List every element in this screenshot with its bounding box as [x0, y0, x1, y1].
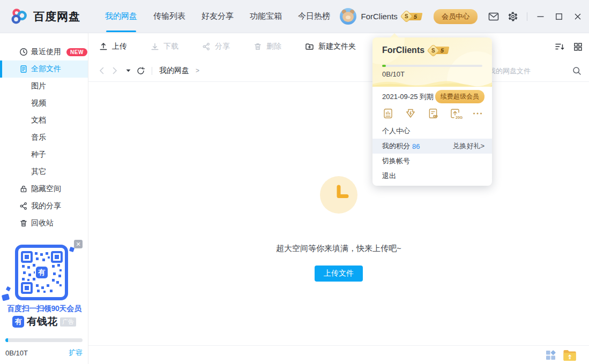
titlebar: 百度网盘 我的网盘 传输列表 好友分享 功能宝箱 今日热榜 ForClients…	[0, 0, 589, 33]
sidebar-item-music[interactable]: 音乐	[0, 129, 88, 146]
username[interactable]: ForClients	[361, 12, 398, 21]
sidebar-item-others[interactable]: 其它	[0, 163, 88, 180]
search-icon[interactable]	[572, 66, 581, 75]
menu-label: 个人中心	[382, 126, 410, 136]
empty-state: 超大空间等你来填满，快来上传吧~ 上传文件	[88, 176, 589, 282]
search-input[interactable]	[489, 67, 572, 75]
clock-illustration	[320, 176, 357, 214]
redeem-gifts-link[interactable]: 兑换好礼>	[452, 141, 484, 151]
sidebar-label: 全部文件	[31, 64, 61, 74]
sidebar-label: 隐藏空间	[31, 184, 61, 194]
menu-logout[interactable]: 退出	[372, 169, 492, 184]
share-icon	[19, 202, 28, 210]
tab-hot-today[interactable]: 今日热榜	[298, 0, 330, 33]
close-button[interactable]	[572, 11, 584, 22]
upload-button[interactable]: 上传	[99, 42, 127, 51]
ad-brand-row: 有 有钱花 广告	[0, 315, 88, 329]
widgets-grid-icon[interactable]	[546, 350, 556, 360]
storage-progress-fill	[5, 338, 8, 342]
upload-file-button[interactable]: 上传文件	[315, 266, 363, 282]
tab-my-drive[interactable]: 我的网盘	[105, 0, 137, 33]
storage-privilege-icon[interactable]	[382, 108, 394, 119]
panel-header: ForClients S 5 0B/10T	[372, 37, 492, 87]
message-icon[interactable]	[488, 12, 499, 21]
menu-label: 退出	[382, 171, 396, 181]
clock-icon	[19, 48, 28, 56]
user-avatar[interactable]	[340, 8, 356, 25]
delete-button[interactable]: 删除	[254, 42, 281, 51]
speed-download-privilege-icon[interactable]	[405, 108, 416, 119]
sidebar-nav: 最近使用 NEW 全部文件 图片 视频 文档 音乐 种子 其它 隐藏空间	[0, 33, 88, 232]
sidebar-item-documents[interactable]: 文档	[0, 112, 88, 129]
minimize-button[interactable]	[534, 11, 546, 22]
expire-date: 2021-09-25 到期	[382, 92, 434, 102]
sidebar-item-my-shares[interactable]: 我的分享	[0, 198, 88, 215]
upload-folder-icon[interactable]	[563, 349, 576, 361]
active-tab-underline	[106, 31, 136, 32]
sidebar-item-pictures[interactable]: 图片	[0, 78, 88, 95]
vip-center-button[interactable]: 会员中心	[434, 9, 478, 24]
membership-row: 2021-09-25 到期 续费超级会员	[382, 90, 484, 103]
forward-icon[interactable]	[113, 67, 117, 74]
menu-switch-account[interactable]: 切换帐号	[372, 154, 492, 169]
sidebar-item-all-files[interactable]: 全部文件	[0, 60, 88, 78]
ad-caption: 百度扫一扫领90天会员	[0, 304, 88, 314]
panel-storage-usage: 0B/10T	[382, 70, 405, 78]
download-button[interactable]: 下载	[151, 42, 178, 51]
menu-personal-center[interactable]: 个人中心	[372, 124, 492, 139]
breadcrumb-root[interactable]: 我的网盘	[159, 66, 189, 75]
svip-badge[interactable]: S 5	[402, 12, 422, 21]
decor-cube	[6, 286, 11, 292]
upload-icon	[99, 42, 108, 51]
share-button[interactable]: 分享	[202, 42, 230, 51]
more-privileges-icon[interactable]	[472, 108, 483, 119]
sidebar-label: 种子	[31, 150, 46, 160]
app-title: 百度网盘	[33, 9, 80, 24]
download-icon	[151, 42, 159, 51]
qr-code: 有	[15, 245, 68, 300]
brand-name: 有钱花	[27, 315, 57, 329]
menu-my-points[interactable]: 我的积分 86 兑换好礼>	[372, 139, 492, 154]
upload-20g-privilege-icon[interactable]: 20G	[449, 108, 461, 119]
sidebar-item-recent[interactable]: 最近使用 NEW	[0, 43, 88, 60]
sidebar-label: 音乐	[31, 133, 46, 142]
menu-label: 切换帐号	[382, 156, 410, 166]
back-icon[interactable]	[99, 67, 104, 74]
sidebar-item-videos[interactable]: 视频	[0, 95, 88, 112]
maximize-button[interactable]	[553, 11, 565, 22]
tab-transfer-list[interactable]: 传输列表	[153, 0, 185, 33]
qr-center-logo: 有	[35, 266, 49, 279]
refresh-icon[interactable]	[136, 66, 145, 75]
main-nav: 我的网盘 传输列表 好友分享 功能宝箱 今日热榜	[105, 0, 330, 33]
menu-label: 我的积分	[382, 141, 410, 151]
sidebar-item-recycle-bin[interactable]: 回收站	[0, 215, 88, 232]
sidebar-item-hidden-space[interactable]: 隐藏空间	[0, 180, 88, 198]
trash-icon	[19, 219, 28, 228]
ad-close-icon[interactable]: ✕	[74, 240, 83, 248]
tab-friend-share[interactable]: 好友分享	[202, 0, 234, 33]
new-folder-icon	[305, 42, 314, 51]
sidebar-item-torrents[interactable]: 种子	[0, 146, 88, 163]
sidebar-label: 文档	[31, 116, 46, 125]
tab-label: 好友分享	[202, 11, 234, 21]
panel-svip-badge[interactable]: S 5	[429, 46, 449, 55]
sidebar-label: 视频	[31, 98, 46, 108]
expand-storage-link[interactable]: 扩容	[69, 348, 83, 358]
sidebar-label: 图片	[31, 81, 46, 91]
settings-gear-icon[interactable]	[508, 11, 518, 22]
tab-toolbox[interactable]: 功能宝箱	[250, 0, 282, 33]
netdisk-logo-icon	[10, 8, 28, 25]
sort-icon[interactable]	[555, 42, 565, 51]
sidebar-ad[interactable]: ✕	[0, 240, 88, 330]
history-dropdown-icon[interactable]	[126, 69, 131, 72]
renew-svip-button[interactable]: 续费超级会员	[435, 90, 484, 103]
bottom-bar	[88, 345, 589, 364]
svip-s-icon: S	[400, 10, 413, 22]
new-folder-button[interactable]: 新建文件夹	[305, 42, 356, 51]
unlimited-transfers-privilege-icon[interactable]	[427, 108, 439, 119]
grid-view-icon[interactable]	[573, 42, 583, 51]
points-value: 86	[412, 142, 420, 150]
storage-progress-bar	[5, 338, 83, 342]
ad-tag: 广告	[60, 317, 76, 327]
sidebar: 最近使用 NEW 全部文件 图片 视频 文档 音乐 种子 其它 隐藏空间	[0, 33, 88, 364]
